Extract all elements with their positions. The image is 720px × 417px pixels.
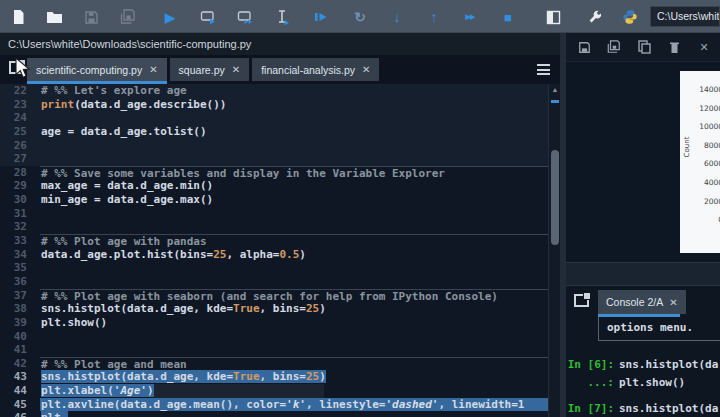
line-number: 28: [0, 166, 40, 180]
tab-close-icon[interactable]: ✕: [149, 64, 157, 75]
save-all-plots-icon[interactable]: [606, 39, 622, 55]
pane-splitter-horizontal[interactable]: [566, 262, 720, 286]
run-selection-icon[interactable]: [273, 7, 293, 27]
code-line[interactable]: 38sns.histplot(data.d_age, kde=True, bin…: [0, 302, 548, 316]
code-line[interactable]: 44plt.xlabel('Age'): [0, 384, 548, 398]
copy-plot-icon[interactable]: [636, 39, 652, 55]
code-line[interactable]: 41: [0, 343, 548, 357]
code-line[interactable]: 36: [0, 275, 548, 289]
line-number: 40: [0, 330, 40, 344]
code-line[interactable]: 33# %% Plot age with pandas: [0, 234, 548, 248]
code-line[interactable]: 35: [0, 261, 548, 275]
console-browse-tabs-icon[interactable]: [574, 294, 589, 307]
console-prompt: In [6]:: [566, 358, 614, 371]
console-tab-label: Console 2/A: [606, 296, 663, 308]
code-text: sns.histplot(data.d_age, kde=True, bins=…: [40, 302, 548, 316]
console-tab[interactable]: Console 2/A ✕: [598, 290, 686, 314]
tab-close-icon[interactable]: ✕: [232, 64, 240, 75]
line-number: 27: [0, 152, 40, 166]
line-number: 43: [0, 370, 40, 384]
line-number: 34: [0, 248, 40, 262]
line-number: 30: [0, 193, 40, 207]
histogram-figure[interactable]: Count 14000120001000080006000400020000: [680, 71, 720, 253]
code-text: plt.: [40, 411, 548, 417]
code-line[interactable]: 30min_age = data.d_age.max(): [0, 193, 548, 207]
plots-toolbar: ✕: [566, 33, 720, 61]
code-line[interactable]: 24: [0, 111, 548, 125]
code-text: age = data.d_age.tolist(): [40, 125, 548, 139]
run-cell-icon[interactable]: [198, 7, 218, 27]
run-file-icon[interactable]: ▶: [160, 7, 180, 27]
code-line[interactable]: 39plt.show(): [0, 316, 548, 330]
code-text: print(data.d_age.describe()): [40, 98, 548, 112]
run-cell-advance-icon[interactable]: [235, 7, 255, 27]
code-line[interactable]: 26: [0, 139, 548, 153]
scrollbar-up-icon[interactable]: ▲: [549, 86, 560, 93]
remove-plot-icon[interactable]: [666, 39, 682, 55]
code-line[interactable]: 40: [0, 330, 548, 344]
y-tick-label: 12000: [699, 104, 720, 113]
code-text: plt.xlabel('Age'): [40, 384, 548, 398]
code-text: data.d_age.plot.hist(bins=25, alpha=0.5): [40, 248, 548, 262]
code-line[interactable]: 43sns.histplot(data.d_age, kde=True, bin…: [0, 370, 548, 384]
code-text: sns.histplot(data.d_age, kde=True, bins=…: [40, 370, 548, 384]
code-text: [40, 152, 548, 166]
editor-tab[interactable]: financial-analysis.py✕: [252, 58, 379, 81]
save-plot-icon[interactable]: [576, 39, 592, 55]
code-line[interactable]: 42# %% Plot age and mean: [0, 357, 548, 371]
editor-tab[interactable]: scientific-computing.py✕: [27, 58, 167, 81]
code-text: [40, 139, 548, 153]
line-number: 46: [0, 411, 40, 417]
python-logo-icon[interactable]: [620, 7, 640, 27]
code-line[interactable]: 31: [0, 207, 548, 221]
code-text: [40, 111, 548, 125]
close-plots-icon[interactable]: ✕: [696, 39, 712, 55]
line-number: 23: [0, 98, 40, 112]
save-all-icon[interactable]: [118, 7, 138, 27]
save-icon[interactable]: [81, 7, 101, 27]
rerun-icon[interactable]: ↻: [350, 7, 370, 27]
code-line[interactable]: 23print(data.d_age.describe()): [0, 98, 548, 112]
code-text: # %% Plot age with pandas: [40, 234, 548, 248]
code-editor[interactable]: 22# %% Let's explore age23print(data.d_a…: [0, 84, 560, 417]
plots-view: Count 14000120001000080006000400020000: [566, 61, 720, 262]
working-directory-input[interactable]: C:\Users\white: [650, 6, 720, 27]
tab-close-icon[interactable]: ✕: [362, 64, 370, 75]
editor-scrollbar[interactable]: ▲: [548, 84, 560, 417]
editor-tab[interactable]: square.py✕: [170, 58, 250, 81]
editor-tab-label: financial-analysis.py: [261, 64, 355, 76]
code-line[interactable]: 29max_age = data.d_age.min(): [0, 179, 548, 193]
line-number: 31: [0, 207, 40, 221]
preferences-wrench-icon[interactable]: [585, 7, 605, 27]
code-line[interactable]: 34data.d_age.plot.hist(bins=25, alpha=0.…: [0, 248, 548, 262]
code-line[interactable]: 32: [0, 220, 548, 234]
code-line[interactable]: 45plt.axvline(data.d_age.mean(), color='…: [0, 398, 548, 412]
code-line[interactable]: 28# %% Save some variables and display i…: [0, 166, 548, 180]
line-number: 44: [0, 384, 40, 398]
open-file-icon[interactable]: [44, 7, 64, 27]
code-line[interactable]: 37# %% Plot age with seaborn (and search…: [0, 289, 548, 303]
step-return-icon[interactable]: ↑: [424, 7, 444, 27]
new-file-icon[interactable]: [8, 7, 28, 27]
code-text: plt.axvline(data.d_age.mean(), color='k'…: [40, 398, 548, 412]
console-prompt: In [7]:: [566, 402, 614, 415]
code-line[interactable]: 25age = data.d_age.tolist(): [0, 125, 548, 139]
line-number: 36: [0, 275, 40, 289]
maximize-pane-icon[interactable]: [543, 7, 563, 27]
console-tab-close-icon[interactable]: ✕: [669, 297, 677, 308]
tab-options-menu-icon[interactable]: [537, 64, 550, 75]
figure-ylabel: Count: [683, 137, 691, 158]
continue-icon[interactable]: ▶▶: [460, 7, 480, 27]
run-to-line-icon[interactable]: [310, 7, 330, 27]
code-line[interactable]: 22# %% Let's explore age: [0, 84, 548, 98]
code-line[interactable]: 27: [0, 152, 548, 166]
code-text: plt.show(): [40, 316, 548, 330]
step-into-icon[interactable]: ↓: [387, 7, 407, 27]
stop-icon[interactable]: ■: [498, 7, 518, 27]
code-text: [40, 275, 548, 289]
code-line[interactable]: 46plt.: [0, 411, 548, 417]
code-text: min_age = data.d_age.max(): [40, 193, 548, 207]
ipython-console[interactable]: Console 2/A ✕ options menu. In [6]:sns.h…: [566, 286, 720, 417]
right-panel: ✕ Count 14000120001000080006000400020000…: [566, 33, 720, 417]
scrollbar-thumb[interactable]: [551, 150, 559, 245]
